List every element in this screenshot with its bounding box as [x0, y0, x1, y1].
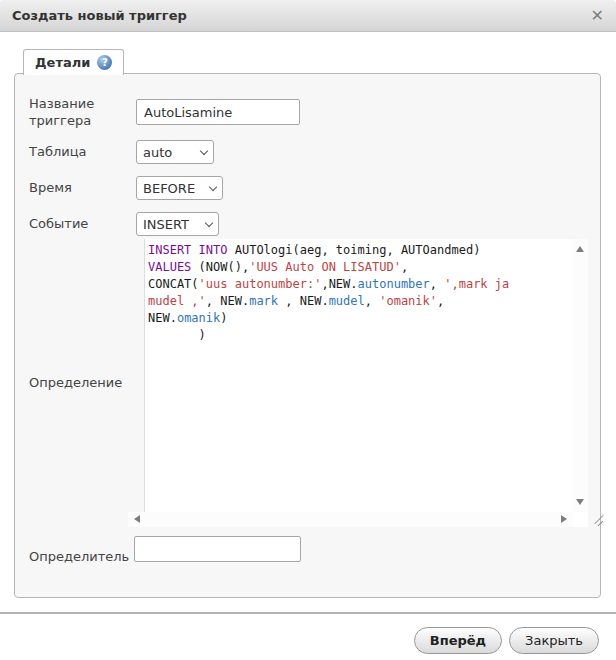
close-icon[interactable]: ✕ [591, 8, 604, 24]
code-line: 1INSERT INTO AUTOlogi(aeg, toiming, AUTO… [148, 242, 573, 259]
scroll-left-icon[interactable] [134, 515, 140, 523]
buttonpane: Вперёд Закрыть [414, 627, 599, 654]
close-button[interactable]: Закрыть [509, 627, 599, 654]
code-line: 2VALUES (NOW(),'UUS Auto ON LISATUD', [148, 259, 573, 276]
code-line: mudel ,', NEW.mark , NEW.mudel, 'omanik'… [148, 293, 573, 310]
code-line: CONCAT('uus autonumber:',NEW.autonumber,… [148, 276, 573, 293]
table-label: Таблица [29, 144, 133, 161]
details-legend: Детали ? [23, 49, 124, 75]
event-select[interactable]: INSERT [136, 212, 219, 236]
dialog-titlebar: Создать новый триггер ✕ [0, 0, 616, 32]
sql-definition-editor[interactable]: 1INSERT INTO AUTOlogi(aeg, toiming, AUTO… [128, 239, 588, 527]
definer-label: Определитель [29, 549, 133, 566]
create-trigger-dialog: Создать новый триггер ✕ Детали ? Названи… [0, 0, 616, 660]
details-legend-label: Детали [35, 55, 90, 70]
help-icon[interactable]: ? [97, 55, 112, 70]
editor-main: 1INSERT INTO AUTOlogi(aeg, toiming, AUTO… [128, 239, 588, 512]
editor-line-number-gutter [128, 239, 145, 512]
resize-grip-icon[interactable] [593, 514, 605, 526]
dialog-title: Создать новый триггер [12, 8, 187, 23]
event-label: Событие [29, 216, 133, 233]
definer-input[interactable] [134, 536, 301, 562]
time-select[interactable]: BEFORE [136, 176, 223, 200]
editor-vertical-scrollbar[interactable] [573, 239, 588, 512]
trigger-name-label: Название триггера [29, 96, 133, 130]
code-lines[interactable]: 1INSERT INTO AUTOlogi(aeg, toiming, AUTO… [146, 242, 573, 512]
editor-horizontal-scrollbar[interactable] [128, 512, 573, 527]
help-icon-glyph: ? [102, 57, 108, 68]
buttonpane-divider [0, 612, 616, 614]
code-line: 3 ) [148, 327, 573, 344]
time-label: Время [29, 180, 133, 197]
table-select[interactable]: auto [136, 140, 214, 164]
scroll-down-icon[interactable] [576, 499, 584, 505]
scroll-up-icon[interactable] [576, 246, 584, 252]
go-button[interactable]: Вперёд [414, 627, 502, 654]
code-line: NEW.omanik) [148, 310, 573, 327]
trigger-name-input[interactable] [136, 99, 300, 125]
definition-label: Определение [29, 375, 133, 392]
scroll-right-icon[interactable] [561, 515, 567, 523]
details-fieldset: Детали ? Название триггера Таблица auto … [14, 73, 601, 598]
